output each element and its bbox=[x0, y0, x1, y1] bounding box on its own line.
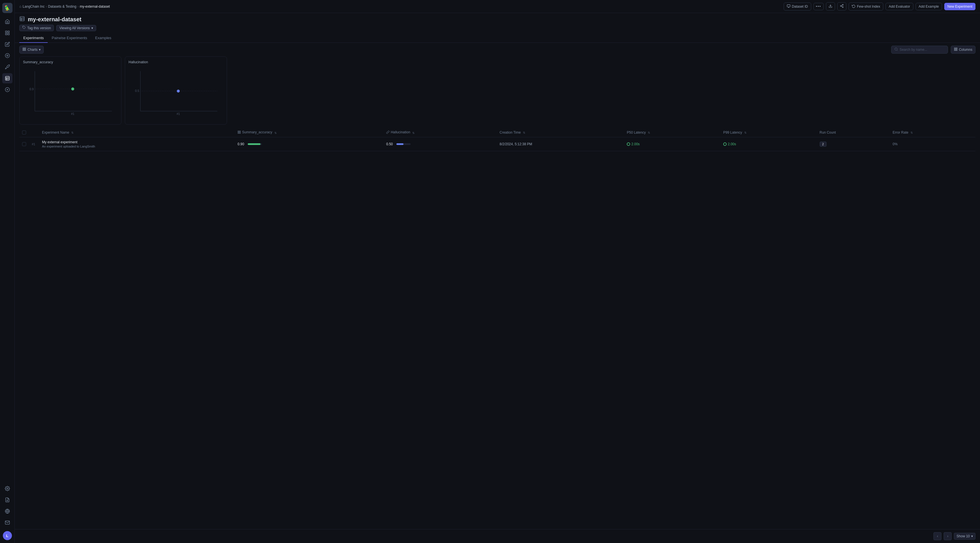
experiment-desc: An experiment uploaded to LangSmith bbox=[42, 145, 232, 148]
svg-point-4 bbox=[5, 54, 10, 58]
row-num-cell: #1 bbox=[29, 137, 39, 151]
share-icon bbox=[840, 4, 844, 9]
few-shot-button[interactable]: Few-shot Index bbox=[849, 3, 883, 11]
svg-text:#1: #1 bbox=[71, 112, 75, 115]
show-per-page-label: Show 10 bbox=[956, 534, 970, 538]
share-button[interactable] bbox=[837, 2, 846, 11]
more-options-button[interactable]: ••• bbox=[813, 3, 824, 10]
sidebar-item-monitor[interactable] bbox=[2, 51, 13, 61]
summary-accuracy-value: 0.90 bbox=[237, 142, 246, 146]
svg-point-23 bbox=[840, 5, 842, 6]
svg-rect-35 bbox=[23, 49, 24, 51]
charts-chevron-icon: ▾ bbox=[39, 48, 41, 52]
col-creation-time[interactable]: Creation Time ⇅ bbox=[497, 128, 624, 137]
download-button[interactable] bbox=[826, 2, 835, 11]
sidebar-item-add[interactable] bbox=[2, 84, 13, 95]
row-p50-latency-cell: 2.00s bbox=[624, 137, 721, 151]
sort-icon-p50: ⇅ bbox=[648, 131, 650, 134]
svg-rect-0 bbox=[5, 31, 7, 32]
svg-rect-34 bbox=[25, 49, 26, 51]
table-row[interactable]: #1 My external experiment An experiment … bbox=[19, 137, 975, 151]
row-checkbox[interactable] bbox=[22, 142, 26, 146]
main-content: ⌂ LangChain Inc › Datasets & Testing › m… bbox=[15, 0, 980, 543]
page-title: my-external-dataset bbox=[28, 16, 81, 23]
tab-experiments[interactable]: Experiments bbox=[19, 33, 48, 43]
row-name-cell: My external experiment An experiment upl… bbox=[39, 137, 235, 151]
col-error-rate[interactable]: Error Rate ⇅ bbox=[890, 128, 975, 137]
svg-rect-3 bbox=[5, 33, 7, 35]
columns-label: Columns bbox=[959, 48, 972, 52]
columns-icon bbox=[954, 48, 958, 52]
header-checkbox[interactable] bbox=[22, 131, 26, 134]
col-hallucination[interactable]: Hallucination ⇅ bbox=[383, 128, 497, 137]
col-p99-latency[interactable]: P99 Latency ⇅ bbox=[721, 128, 817, 137]
col-summary-accuracy[interactable]: Summary_accuracy ⇅ bbox=[235, 128, 383, 137]
svg-point-24 bbox=[842, 6, 843, 8]
table-container: Experiment Name ⇅ Summary_accuracy ⇅ bbox=[15, 128, 980, 529]
sidebar-item-edit[interactable] bbox=[2, 39, 13, 49]
add-evaluator-button[interactable]: Add Evaluator bbox=[886, 3, 913, 10]
svg-point-13 bbox=[6, 488, 8, 489]
run-count-badge: 2 bbox=[820, 142, 827, 146]
svg-point-22 bbox=[842, 4, 843, 5]
sidebar-item-settings[interactable] bbox=[2, 483, 13, 494]
svg-point-47 bbox=[71, 88, 74, 90]
next-page-button[interactable]: › bbox=[944, 532, 951, 540]
tag-version-button[interactable]: Tag this version bbox=[19, 25, 54, 31]
columns-button[interactable]: Columns bbox=[951, 46, 975, 54]
sidebar-item-rocket[interactable] bbox=[2, 62, 13, 72]
sidebar-logo[interactable]: 🦜 bbox=[2, 3, 13, 13]
experiments-table: Experiment Name ⇅ Summary_accuracy ⇅ bbox=[19, 128, 975, 151]
sidebar-item-home[interactable] bbox=[2, 16, 13, 27]
breadcrumb-icon: ⌂ bbox=[19, 4, 22, 8]
svg-rect-54 bbox=[238, 131, 239, 132]
charts-dropdown-button[interactable]: Charts ▾ bbox=[19, 46, 44, 54]
user-avatar[interactable]: L bbox=[3, 531, 12, 540]
experiment-name[interactable]: My external experiment bbox=[42, 140, 232, 144]
search-input[interactable] bbox=[900, 48, 945, 52]
breadcrumb-langchain[interactable]: LangChain Inc bbox=[23, 5, 45, 8]
col-experiment-name[interactable]: Experiment Name ⇅ bbox=[39, 128, 235, 137]
tab-examples[interactable]: Examples bbox=[91, 33, 115, 43]
chart-title-1: Summary_accuracy bbox=[23, 60, 118, 64]
search-icon bbox=[894, 48, 898, 52]
col-checkbox bbox=[19, 128, 29, 137]
dataset-id-button[interactable]: Dataset ID bbox=[784, 3, 811, 11]
tag-icon bbox=[22, 26, 26, 30]
show-per-page-select[interactable]: Show 10 ▾ bbox=[954, 533, 975, 540]
viewing-versions-button[interactable]: Viewing All Versions ▾ bbox=[56, 25, 96, 31]
search-box[interactable] bbox=[891, 46, 948, 54]
new-experiment-button[interactable]: New Experiment bbox=[944, 3, 975, 10]
row-run-count-cell: 2 bbox=[817, 137, 890, 151]
toolbar: Charts ▾ Columns bbox=[15, 43, 980, 56]
hallucination-value: 0.50 bbox=[386, 142, 395, 146]
add-example-button[interactable]: Add Example bbox=[916, 3, 942, 10]
p99-latency-value: 2.00s bbox=[728, 142, 736, 146]
sidebar-item-globe[interactable] bbox=[2, 506, 13, 516]
sidebar-item-table[interactable] bbox=[2, 73, 13, 83]
summary-accuracy-bar bbox=[248, 143, 262, 145]
pagination: ‹ › Show 10 ▾ bbox=[15, 529, 980, 543]
col-p50-latency[interactable]: P50 Latency ⇅ bbox=[624, 128, 721, 137]
creation-time-value: 8/2/2024, 5:12:38 PM bbox=[500, 142, 532, 146]
breadcrumb-dataset[interactable]: my-external-dataset bbox=[80, 5, 110, 8]
svg-rect-56 bbox=[239, 132, 240, 134]
tab-pairwise[interactable]: Pairwise Experiments bbox=[48, 33, 91, 43]
row-checkbox-cell bbox=[19, 137, 29, 151]
row-error-rate-cell: 0% bbox=[890, 137, 975, 151]
prev-page-button[interactable]: ‹ bbox=[934, 532, 942, 540]
tag-version-label: Tag this version bbox=[27, 26, 51, 30]
add-evaluator-label: Add Evaluator bbox=[889, 5, 910, 8]
svg-line-26 bbox=[841, 5, 842, 6]
new-experiment-label: New Experiment bbox=[947, 5, 972, 8]
row-summary-accuracy-cell: 0.90 bbox=[235, 137, 383, 151]
svg-rect-2 bbox=[8, 33, 9, 35]
sidebar-item-docs[interactable] bbox=[2, 495, 13, 505]
chevron-down-icon: ▾ bbox=[91, 26, 93, 30]
p99-latency-icon bbox=[723, 142, 727, 146]
hallucination-score: 0.50 bbox=[386, 142, 494, 146]
error-rate-value: 0% bbox=[892, 142, 897, 146]
breadcrumb-datasets[interactable]: Datasets & Testing bbox=[48, 5, 76, 8]
sidebar-item-datasets[interactable] bbox=[2, 28, 13, 38]
sidebar-item-mail[interactable] bbox=[2, 518, 13, 528]
